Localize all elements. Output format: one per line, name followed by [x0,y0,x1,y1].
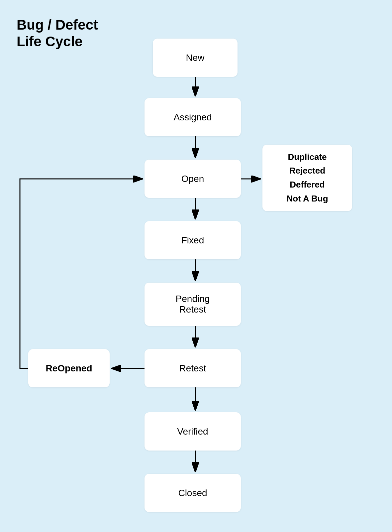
node-reopened: ReOpened [28,349,110,387]
node-fixed: Fixed [145,221,241,259]
node-assigned: Assigned [145,98,241,136]
node-closed: Closed [145,474,241,512]
node-new: New [153,39,238,77]
node-verified: Verified [145,412,241,451]
node-rejected-group: Duplicate Rejected Deffered Not A Bug [262,145,352,211]
arrows-diagram [0,0,392,532]
node-retest: Retest [145,349,241,387]
node-open: Open [145,160,241,198]
page-title: Bug / Defect Life Cycle [17,17,98,50]
node-pending-retest: Pending Retest [145,283,241,326]
